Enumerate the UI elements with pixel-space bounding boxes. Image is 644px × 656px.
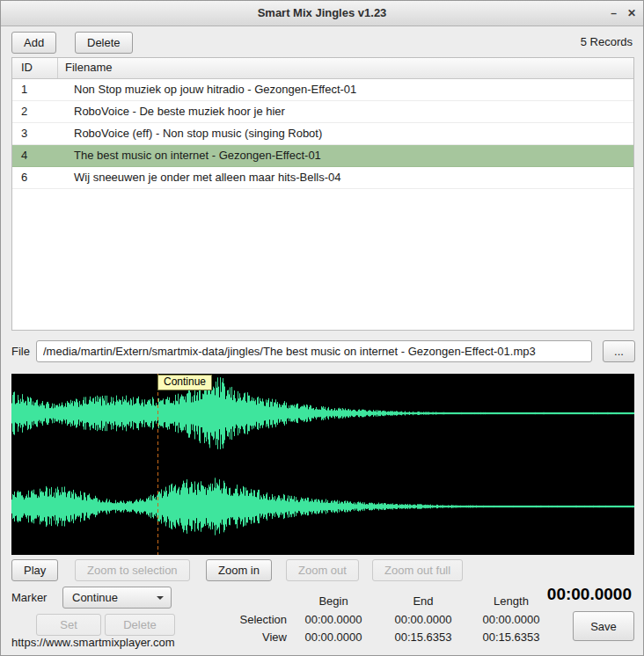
add-button[interactable]: Add xyxy=(11,32,56,54)
zoom-out-full-button[interactable]: Zoom out full xyxy=(372,559,463,581)
cell-id: 3 xyxy=(12,123,67,144)
selection-end-value: 00:00.0000 xyxy=(379,613,467,626)
marker-delete-button[interactable]: Delete xyxy=(105,614,175,636)
current-time-display: 00:00.0000 xyxy=(547,585,632,604)
column-header-id[interactable]: ID xyxy=(12,58,58,78)
jingle-table: ID Filename 1 Non Stop muziek op jouw hi… xyxy=(11,57,634,331)
table-row[interactable]: 6 Wij sneeuwen je onder met alleen maar … xyxy=(12,167,633,189)
waveform-panel: Continue xyxy=(11,374,634,555)
view-row-label: View xyxy=(208,630,287,644)
selection-begin-value: 00:00.0000 xyxy=(289,613,377,626)
marker-set-button[interactable]: Set xyxy=(36,614,101,636)
website-link[interactable]: https://www.smartmixplayer.com xyxy=(11,636,175,649)
table-row[interactable]: 4 The best music on internet - Gezongen-… xyxy=(12,145,633,167)
selection-length-value: 00:00.0000 xyxy=(467,613,555,626)
play-button[interactable]: Play xyxy=(11,559,58,581)
table-header: ID Filename xyxy=(12,58,633,79)
save-button[interactable]: Save xyxy=(573,611,634,641)
table-row[interactable]: 2 RoboVoice - De beste muziek hoor je hi… xyxy=(12,101,633,123)
table-row[interactable]: 3 RoboVoice (eff) - Non stop music (sing… xyxy=(12,123,633,145)
cell-id: 2 xyxy=(12,101,67,122)
title-bar: Smart Mix Jingles v1.23 – ✕ xyxy=(1,1,643,26)
cell-filename: RoboVoice (eff) - Non stop music (singin… xyxy=(67,123,633,144)
cell-id: 1 xyxy=(12,79,67,100)
cell-filename: The best music on internet - Gezongen-Ef… xyxy=(67,145,633,166)
selection-row-label: Selection xyxy=(208,613,287,626)
file-path-input[interactable] xyxy=(36,340,592,362)
view-length-value: 00:15.6353 xyxy=(467,630,555,644)
cell-filename: Wij sneeuwen je onder met alleen maar hi… xyxy=(67,167,633,188)
close-icon[interactable]: ✕ xyxy=(627,8,636,18)
zoom-to-selection-button[interactable]: Zoom to selection xyxy=(75,559,190,581)
browse-button[interactable]: ... xyxy=(603,340,635,362)
cell-id: 4 xyxy=(12,145,67,166)
delete-button[interactable]: Delete xyxy=(75,32,133,54)
table-body: 1 Non Stop muziek op jouw hitradio - Gez… xyxy=(12,79,633,189)
marker-label: Marker xyxy=(11,591,47,604)
waveform-canvas[interactable] xyxy=(11,374,634,555)
length-column-header: Length xyxy=(467,594,555,608)
zoom-in-button[interactable]: Zoom in xyxy=(206,559,272,581)
view-end-value: 00:15.6353 xyxy=(379,630,467,644)
minimize-icon[interactable]: – xyxy=(611,8,617,18)
records-count: 5 Records xyxy=(581,35,633,48)
zoom-out-button[interactable]: Zoom out xyxy=(286,559,359,581)
cell-id: 6 xyxy=(12,167,67,188)
chevron-down-icon xyxy=(157,596,164,603)
view-begin-value: 00:00.0000 xyxy=(289,630,377,644)
marker-select-value: Continue xyxy=(72,591,118,604)
end-column-header: End xyxy=(379,594,467,608)
cell-filename: RoboVoice - De beste muziek hoor je hier xyxy=(67,101,633,122)
table-row[interactable]: 1 Non Stop muziek op jouw hitradio - Gez… xyxy=(12,79,633,101)
window-controls: – ✕ xyxy=(611,1,636,26)
marker-flag: Continue xyxy=(157,375,212,390)
column-header-filename[interactable]: Filename xyxy=(58,58,633,78)
app-window: Smart Mix Jingles v1.23 – ✕ Add Delete 5… xyxy=(0,0,644,656)
begin-column-header: Begin xyxy=(289,594,377,608)
marker-select[interactable]: Continue xyxy=(62,587,172,609)
file-label: File xyxy=(11,345,30,358)
window-title: Smart Mix Jingles v1.23 xyxy=(258,6,387,19)
cell-filename: Non Stop muziek op jouw hitradio - Gezon… xyxy=(67,79,633,100)
